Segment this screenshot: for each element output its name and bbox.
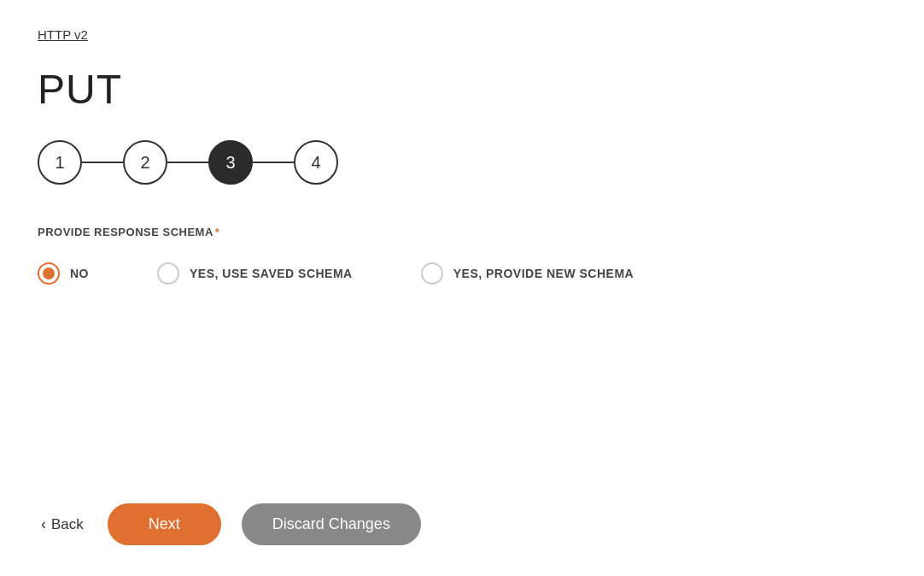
step-4[interactable]: 4 xyxy=(294,140,338,185)
radio-group: NO YES, USE SAVED SCHEMA YES, PROVIDE NE… xyxy=(38,262,886,285)
radio-option-no[interactable]: NO xyxy=(38,262,89,285)
step-connector-3 xyxy=(253,162,294,163)
back-chevron-icon: ‹ xyxy=(41,515,46,533)
step-2[interactable]: 2 xyxy=(123,140,167,185)
radio-option-yes-new[interactable]: YES, PROVIDE NEW SCHEMA xyxy=(421,262,634,285)
step-connector-2 xyxy=(167,162,208,163)
radio-outer-yes-saved xyxy=(157,262,179,285)
radio-label-no: NO xyxy=(70,267,89,280)
page-container: HTTP v2 PUT 1 2 3 4 PROVIDE RESPONSE SCH… xyxy=(0,0,924,576)
step-connector-1 xyxy=(82,162,123,163)
section-label: PROVIDE RESPONSE SCHEMA* xyxy=(38,226,886,238)
step-3[interactable]: 3 xyxy=(208,140,253,185)
next-button[interactable]: Next xyxy=(108,503,221,545)
radio-label-yes-saved: YES, USE SAVED SCHEMA xyxy=(190,267,353,280)
radio-outer-yes-new xyxy=(421,262,443,285)
radio-inner-no xyxy=(43,267,55,279)
breadcrumb-link[interactable]: HTTP v2 xyxy=(38,27,88,42)
radio-option-yes-saved[interactable]: YES, USE SAVED SCHEMA xyxy=(157,262,353,285)
radio-label-yes-new: YES, PROVIDE NEW SCHEMA xyxy=(453,267,634,280)
page-title: PUT xyxy=(38,66,886,113)
step-1[interactable]: 1 xyxy=(38,140,82,185)
back-button[interactable]: ‹ Back xyxy=(38,508,87,540)
bottom-bar: ‹ Back Next Discard Changes xyxy=(38,503,421,545)
stepper: 1 2 3 4 xyxy=(38,140,886,185)
radio-outer-no xyxy=(38,262,60,285)
discard-button[interactable]: Discard Changes xyxy=(242,503,421,545)
required-star: * xyxy=(215,226,220,238)
